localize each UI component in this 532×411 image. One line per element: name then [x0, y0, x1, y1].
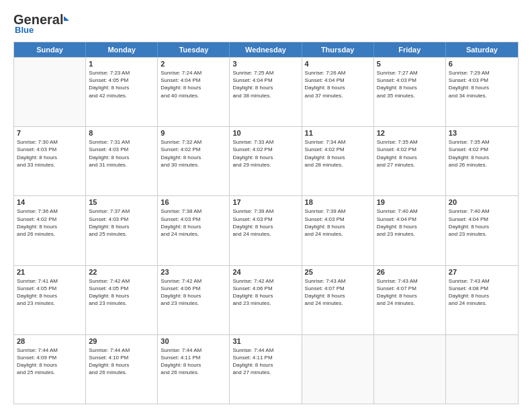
calendar-cell: 15Sunrise: 7:37 AMSunset: 4:03 PMDayligh… — [86, 196, 158, 265]
calendar-cell: 20Sunrise: 7:40 AMSunset: 4:04 PMDayligh… — [446, 196, 518, 265]
day-number: 18 — [305, 198, 371, 206]
cell-text: Sunrise: 7:43 AMSunset: 4:08 PMDaylight:… — [449, 277, 515, 308]
day-number: 29 — [89, 337, 154, 345]
cell-text: Sunrise: 7:32 AMSunset: 4:02 PMDaylight:… — [161, 138, 226, 169]
calendar-cell: 23Sunrise: 7:42 AMSunset: 4:06 PMDayligh… — [158, 266, 230, 334]
calendar-cell: 3Sunrise: 7:25 AMSunset: 4:04 PMDaylight… — [230, 58, 302, 126]
calendar-row-5: 28Sunrise: 7:44 AMSunset: 4:09 PMDayligh… — [14, 334, 518, 404]
day-number: 6 — [449, 60, 515, 68]
calendar: SundayMondayTuesdayWednesdayThursdayFrid… — [13, 42, 519, 404]
cell-text: Sunrise: 7:33 AMSunset: 4:02 PMDaylight:… — [232, 138, 298, 169]
calendar-cell: 10Sunrise: 7:33 AMSunset: 4:02 PMDayligh… — [230, 127, 302, 195]
day-number: 5 — [377, 60, 443, 68]
calendar-body: 1Sunrise: 7:23 AMSunset: 4:05 PMDaylight… — [14, 57, 518, 404]
cell-text: Sunrise: 7:34 AMSunset: 4:02 PMDaylight:… — [305, 138, 371, 169]
cell-text: Sunrise: 7:44 AMSunset: 4:11 PMDaylight:… — [232, 347, 298, 377]
calendar-cell: 9Sunrise: 7:32 AMSunset: 4:02 PMDaylight… — [158, 127, 230, 195]
page: General Blue SundayMondayTuesdayWednesda… — [0, 0, 532, 411]
day-number: 12 — [377, 129, 443, 137]
calendar-cell: 24Sunrise: 7:42 AMSunset: 4:06 PMDayligh… — [230, 266, 302, 334]
day-number: 3 — [232, 60, 298, 68]
cell-text: Sunrise: 7:42 AMSunset: 4:05 PMDaylight:… — [89, 277, 154, 308]
weekday-header-friday: Friday — [374, 42, 446, 57]
calendar-cell: 14Sunrise: 7:36 AMSunset: 4:02 PMDayligh… — [14, 196, 86, 265]
day-number: 4 — [305, 60, 371, 68]
day-number: 15 — [89, 198, 154, 206]
cell-text: Sunrise: 7:24 AMSunset: 4:04 PMDaylight:… — [161, 69, 226, 99]
logo: General Blue — [13, 12, 69, 35]
calendar-cell: 27Sunrise: 7:43 AMSunset: 4:08 PMDayligh… — [446, 266, 518, 334]
calendar-cell: 17Sunrise: 7:39 AMSunset: 4:03 PMDayligh… — [230, 196, 302, 265]
day-number: 25 — [305, 268, 371, 276]
cell-text: Sunrise: 7:37 AMSunset: 4:03 PMDaylight:… — [89, 208, 154, 238]
calendar-cell: 12Sunrise: 7:35 AMSunset: 4:02 PMDayligh… — [374, 127, 446, 195]
cell-text: Sunrise: 7:38 AMSunset: 4:03 PMDaylight:… — [161, 208, 226, 238]
cell-text: Sunrise: 7:44 AMSunset: 4:11 PMDaylight:… — [161, 347, 226, 377]
day-number: 8 — [89, 129, 154, 137]
day-number: 22 — [89, 268, 154, 276]
calendar-cell — [302, 335, 374, 404]
calendar-row-2: 7Sunrise: 7:30 AMSunset: 4:03 PMDaylight… — [14, 126, 518, 195]
day-number: 31 — [232, 337, 298, 345]
calendar-cell: 6Sunrise: 7:29 AMSunset: 4:03 PMDaylight… — [446, 58, 518, 126]
day-number: 11 — [305, 129, 371, 137]
cell-text: Sunrise: 7:39 AMSunset: 4:03 PMDaylight:… — [305, 208, 371, 238]
day-number: 30 — [161, 337, 226, 345]
calendar-cell: 2Sunrise: 7:24 AMSunset: 4:04 PMDaylight… — [158, 58, 230, 126]
calendar-row-1: 1Sunrise: 7:23 AMSunset: 4:05 PMDaylight… — [14, 57, 518, 126]
calendar-cell — [446, 335, 518, 404]
day-number: 27 — [449, 268, 515, 276]
cell-text: Sunrise: 7:30 AMSunset: 4:03 PMDaylight:… — [17, 138, 83, 169]
weekday-header-sunday: Sunday — [14, 42, 86, 57]
calendar-cell: 25Sunrise: 7:43 AMSunset: 4:07 PMDayligh… — [302, 266, 374, 334]
calendar-cell: 5Sunrise: 7:27 AMSunset: 4:03 PMDaylight… — [374, 58, 446, 126]
logo-blue: Blue — [15, 25, 34, 35]
calendar-cell: 1Sunrise: 7:23 AMSunset: 4:05 PMDaylight… — [86, 58, 158, 126]
calendar-cell — [14, 58, 86, 126]
day-number: 16 — [161, 198, 226, 206]
day-number: 13 — [449, 129, 515, 137]
logo-icon — [64, 16, 69, 21]
cell-text: Sunrise: 7:27 AMSunset: 4:03 PMDaylight:… — [377, 69, 443, 99]
cell-text: Sunrise: 7:35 AMSunset: 4:02 PMDaylight:… — [377, 138, 443, 169]
day-number: 7 — [17, 129, 83, 137]
weekday-header-tuesday: Tuesday — [158, 42, 230, 57]
cell-text: Sunrise: 7:42 AMSunset: 4:06 PMDaylight:… — [232, 277, 298, 308]
weekday-header-thursday: Thursday — [302, 42, 374, 57]
calendar-cell: 11Sunrise: 7:34 AMSunset: 4:02 PMDayligh… — [302, 127, 374, 195]
calendar-header: SundayMondayTuesdayWednesdayThursdayFrid… — [14, 42, 518, 57]
day-number: 10 — [232, 129, 298, 137]
cell-text: Sunrise: 7:36 AMSunset: 4:02 PMDaylight:… — [17, 208, 83, 238]
cell-text: Sunrise: 7:44 AMSunset: 4:09 PMDaylight:… — [17, 347, 83, 377]
calendar-cell: 28Sunrise: 7:44 AMSunset: 4:09 PMDayligh… — [14, 335, 86, 404]
cell-text: Sunrise: 7:44 AMSunset: 4:10 PMDaylight:… — [89, 347, 154, 377]
day-number: 2 — [161, 60, 226, 68]
header: General Blue — [13, 12, 519, 35]
cell-text: Sunrise: 7:42 AMSunset: 4:06 PMDaylight:… — [161, 277, 226, 308]
cell-text: Sunrise: 7:40 AMSunset: 4:04 PMDaylight:… — [449, 208, 515, 238]
calendar-cell — [374, 335, 446, 404]
weekday-header-wednesday: Wednesday — [230, 42, 302, 57]
weekday-header-monday: Monday — [86, 42, 158, 57]
day-number: 20 — [449, 198, 515, 206]
day-number: 23 — [161, 268, 226, 276]
calendar-cell: 29Sunrise: 7:44 AMSunset: 4:10 PMDayligh… — [86, 335, 158, 404]
calendar-cell: 16Sunrise: 7:38 AMSunset: 4:03 PMDayligh… — [158, 196, 230, 265]
calendar-cell: 31Sunrise: 7:44 AMSunset: 4:11 PMDayligh… — [230, 335, 302, 404]
weekday-header-saturday: Saturday — [446, 42, 518, 57]
cell-text: Sunrise: 7:31 AMSunset: 4:03 PMDaylight:… — [89, 138, 154, 169]
calendar-cell: 4Sunrise: 7:26 AMSunset: 4:04 PMDaylight… — [302, 58, 374, 126]
day-number: 14 — [17, 198, 83, 206]
day-number: 24 — [232, 268, 298, 276]
day-number: 28 — [17, 337, 83, 345]
cell-text: Sunrise: 7:43 AMSunset: 4:07 PMDaylight:… — [305, 277, 371, 308]
cell-text: Sunrise: 7:23 AMSunset: 4:05 PMDaylight:… — [89, 69, 154, 99]
cell-text: Sunrise: 7:43 AMSunset: 4:07 PMDaylight:… — [377, 277, 443, 308]
calendar-cell: 8Sunrise: 7:31 AMSunset: 4:03 PMDaylight… — [86, 127, 158, 195]
calendar-cell: 19Sunrise: 7:40 AMSunset: 4:04 PMDayligh… — [374, 196, 446, 265]
cell-text: Sunrise: 7:26 AMSunset: 4:04 PMDaylight:… — [305, 69, 371, 99]
day-number: 19 — [377, 198, 443, 206]
calendar-row-4: 21Sunrise: 7:41 AMSunset: 4:05 PMDayligh… — [14, 265, 518, 334]
calendar-cell: 22Sunrise: 7:42 AMSunset: 4:05 PMDayligh… — [86, 266, 158, 334]
calendar-cell: 13Sunrise: 7:35 AMSunset: 4:02 PMDayligh… — [446, 127, 518, 195]
